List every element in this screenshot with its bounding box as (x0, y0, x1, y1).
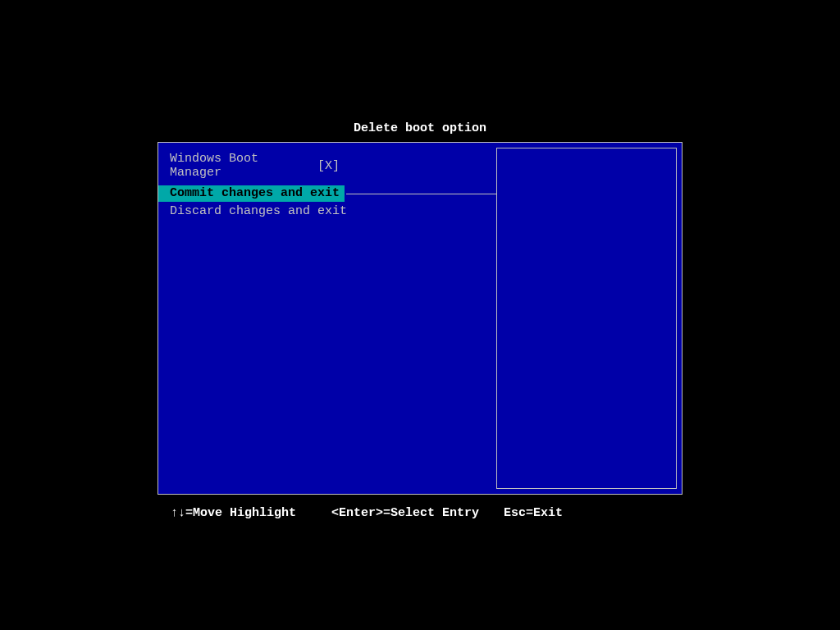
help-panel (496, 148, 677, 489)
boot-entry-row[interactable]: Windows Boot Manager [X] (158, 158, 496, 174)
separator-line (346, 194, 496, 194)
page-title: Delete boot option (158, 121, 682, 135)
bios-setup-screen: Delete boot option Windows Boot Manager … (158, 121, 682, 520)
hint-move: ↑↓=Move Highlight (171, 506, 331, 520)
boot-entry-checkbox[interactable]: [X] (317, 159, 340, 173)
menu-discard-changes[interactable]: Discard changes and exit (158, 203, 496, 220)
boot-entry-label: Windows Boot Manager (170, 152, 317, 180)
hint-select: <Enter>=Select Entry (331, 506, 504, 520)
separator-row: Commit changes and exit (158, 185, 496, 202)
menu-commit-changes[interactable]: Commit changes and exit (158, 185, 345, 202)
main-box: Windows Boot Manager [X] Commit changes … (158, 142, 682, 495)
footer-hints: ↑↓=Move Highlight <Enter>=Select Entry E… (158, 506, 682, 520)
left-panel: Windows Boot Manager [X] Commit changes … (158, 143, 496, 494)
hint-exit: Esc=Exit (504, 506, 563, 520)
